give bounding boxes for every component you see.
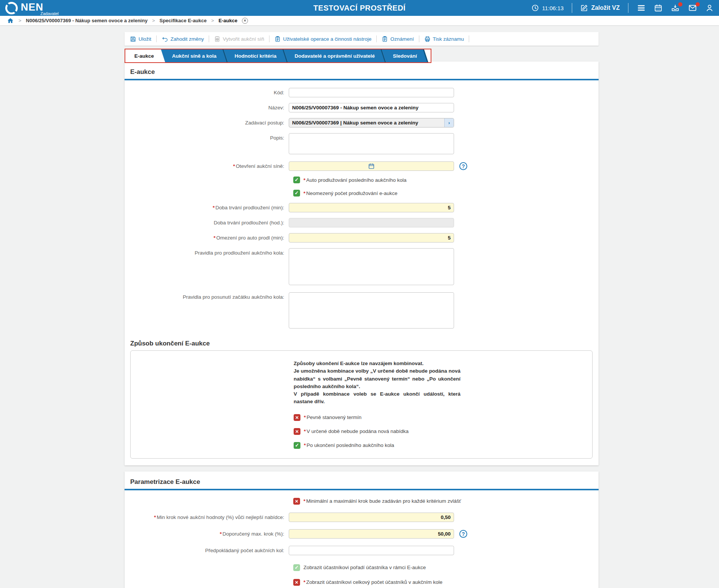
pocet-kol-input[interactable] — [289, 546, 454, 555]
brand-subtitle: Zadavatel — [40, 12, 59, 16]
breadcrumb-separator: > — [152, 18, 155, 23]
clock-icon — [531, 4, 539, 12]
auto-prodluzovani-checkbox[interactable] — [293, 177, 300, 183]
inbox-notification-badge — [678, 2, 682, 6]
create-vz-button[interactable]: Založit VZ — [580, 4, 620, 12]
celkovy-pocet-checkbox-row: *Zobrazit účastníkovi celkový počet účas… — [293, 579, 599, 586]
zadavaci-postup-input — [289, 118, 454, 127]
tab-sledovani[interactable]: Sledování — [384, 49, 426, 62]
breadcrumb: > N006/25/V00007369 - Nákup semen ovoce … — [0, 16, 719, 25]
zpusob-ukonceni-box: Způsoby ukončení E-aukce lze navzájem ko… — [130, 350, 593, 459]
app-header: NEN Zadavatel TESTOVACÍ PROSTŘEDÍ 11:06:… — [0, 0, 719, 16]
kod-input[interactable] — [289, 88, 454, 97]
create-auction-hall-button: Vytvořit aukční síň — [212, 36, 266, 42]
breadcrumb-item-current: E-aukce — [219, 18, 237, 23]
toolbar-divider — [209, 35, 209, 42]
doba-trvani-hod-label: Doba trvání prodloužení (hod.): — [125, 218, 289, 226]
nazev-label: Název: — [125, 103, 289, 111]
poradi-checkbox-row: Zobrazit účastníkovi pořadí účastníka v … — [293, 564, 599, 571]
pravidla-posunuti-label: Pravidla pro posunutí začátku aukčního k… — [125, 292, 289, 300]
pravidla-prodlouzeni-label: Pravidla pro prodloužení aukčního kola: — [125, 248, 289, 256]
nen-logo[interactable]: NEN Zadavatel — [5, 1, 59, 15]
section-title-parametrizace: Parametrizace E-aukce — [125, 478, 599, 486]
tab-dodavatele-a-opravneni-uzivatele[interactable]: Dodavatelé a oprávnění uživatelé — [286, 49, 384, 62]
omezeni-auto-prodl-label: *Omezení pro auto prodl (min): — [125, 233, 289, 241]
pocet-kol-label: Předpokládaný počet aukčních kol: — [125, 546, 289, 554]
undo-icon — [162, 36, 168, 42]
nazev-input[interactable] — [289, 103, 454, 112]
urcena-doba-checkbox[interactable] — [294, 428, 300, 435]
min-krok-label: *Min krok nové aukční hodnoty (%) vůči n… — [125, 513, 289, 520]
pevny-termin-checkbox-row: *Pevně stanovený termín — [294, 414, 592, 421]
auto-prodluzovani-checkbox-row: *Auto prodlužování posledního aukčního k… — [293, 177, 599, 183]
zadavaci-postup-label: Zadávací postup: — [125, 118, 289, 126]
print-record-button[interactable]: Tisk záznamu — [423, 36, 466, 42]
toolbar-divider — [469, 35, 469, 42]
doba-trvani-hod-input — [289, 218, 454, 227]
pravidla-prodlouzeni-textarea[interactable] — [289, 248, 454, 285]
record-toolbar: Uložit Zahodit změny Vytvořit aukční síň… — [125, 32, 599, 46]
clipboard-icon — [382, 36, 388, 42]
tab-aukcni-sine-a-kola[interactable]: Aukční síně a kola — [163, 49, 226, 62]
header-divider — [572, 3, 572, 13]
breadcrumb-item-procedure[interactable]: N006/25/V00007369 - Nákup semen ovoce a … — [26, 18, 148, 23]
inbox-icon[interactable] — [671, 4, 680, 12]
min-max-krok-checkbox[interactable] — [293, 498, 300, 505]
printer-icon — [424, 36, 431, 42]
section-title-e-aukce: E-aukce — [125, 68, 599, 76]
brand-name: NEN — [21, 2, 43, 13]
calendar-icon[interactable] — [654, 4, 662, 12]
user-operations-button[interactable]: Uživatelské operace a činnosti nástroje — [273, 36, 373, 42]
popis-textarea[interactable] — [289, 133, 454, 154]
breadcrumb-separator: > — [211, 18, 214, 23]
mail-icon[interactable] — [688, 4, 697, 12]
home-icon[interactable] — [7, 17, 14, 24]
pravidla-posunuti-textarea[interactable] — [289, 292, 454, 329]
section-card-e-aukce: E-aukce Kód: Název: Zadávací postup: › P… — [125, 61, 599, 465]
otevreni-sine-label: *Otevření aukční síně: — [125, 161, 289, 169]
toolbar-divider — [156, 35, 157, 42]
zadavaci-postup-open-button[interactable]: › — [444, 118, 454, 127]
po-ukonceni-checkbox-row: *Po ukončení posledního aukčního kola — [294, 442, 592, 449]
doba-trvani-min-label: *Doba trvání prodloužení (min): — [125, 203, 289, 211]
toolbar-divider — [269, 35, 269, 42]
omezeni-auto-prodl-input[interactable] — [289, 233, 454, 243]
server-time: 11:06:13 — [531, 4, 563, 12]
nen-logo-icon — [5, 2, 18, 14]
save-button[interactable]: Uložit — [128, 36, 153, 42]
announcements-button[interactable]: Oznámení — [380, 36, 415, 42]
doporuceny-max-krok-label: *Doporučený max. krok (%): — [125, 529, 289, 537]
breadcrumb-separator: > — [18, 18, 22, 23]
discard-changes-button[interactable]: Zahodit změny — [160, 36, 206, 42]
celkovy-pocet-checkbox[interactable] — [293, 579, 300, 586]
doporuceny-max-krok-input[interactable] — [289, 529, 454, 539]
user-icon[interactable] — [705, 4, 714, 12]
kod-label: Kód: — [125, 88, 289, 96]
section-title-zpusob-ukonceni: Způsob ukončení E-aukce — [125, 340, 599, 347]
otevreni-sine-date-input[interactable] — [289, 161, 454, 171]
mail-notification-badge — [696, 2, 700, 6]
auction-hall-icon — [214, 36, 220, 42]
toolbar-divider — [419, 35, 419, 42]
toolbar-divider — [376, 35, 377, 42]
popis-label: Popis: — [125, 133, 289, 141]
save-icon — [130, 36, 136, 42]
tab-hodnotici-kriteria[interactable]: Hodnotící kritéria — [226, 49, 286, 62]
tab-e-aukce[interactable]: E-aukce — [125, 49, 163, 62]
menu-icon[interactable] — [637, 4, 646, 12]
po-ukonceni-checkbox[interactable] — [294, 442, 300, 449]
poradi-checkbox — [293, 564, 300, 571]
help-icon[interactable] — [459, 530, 467, 538]
breadcrumb-item-specification[interactable]: Specifikace E-aukce — [159, 18, 206, 23]
neomezeny-pocet-checkbox-row: *Neomezený počet prodlužování e-aukce — [293, 190, 599, 197]
record-tabs: E-aukce Aukční síně a kola Hodnotící kri… — [125, 49, 431, 63]
section-card-parametrizace: Parametrizace E-aukce *Minimální a maxim… — [125, 471, 599, 588]
help-icon[interactable] — [459, 162, 467, 170]
close-record-icon[interactable]: × — [242, 18, 248, 24]
pevny-termin-checkbox[interactable] — [294, 414, 300, 421]
min-krok-input[interactable] — [289, 513, 454, 522]
doba-trvani-min-input[interactable] — [289, 203, 454, 212]
zpusob-ukonceni-info-text: Způsoby ukončení E-aukce lze navzájem ko… — [294, 360, 460, 406]
urcena-doba-checkbox-row: *V určené době nebude podána nová nabídk… — [294, 428, 592, 435]
neomezeny-pocet-checkbox[interactable] — [293, 190, 300, 197]
